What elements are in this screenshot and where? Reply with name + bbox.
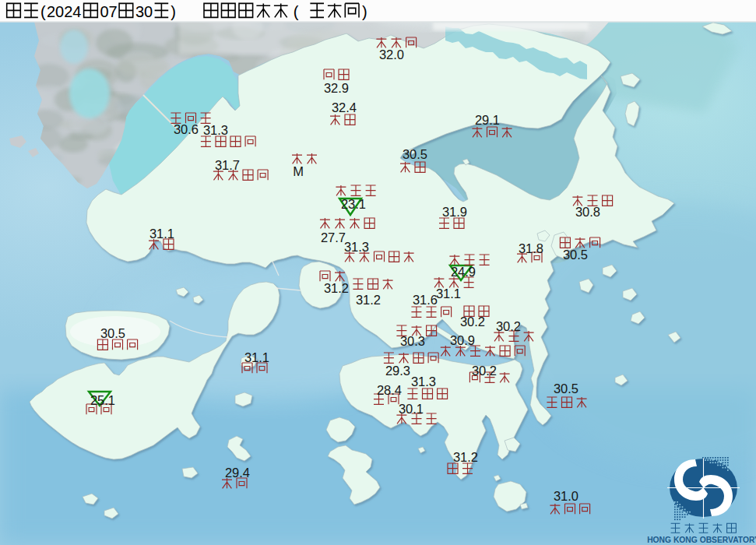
svg-text:31.3: 31.3: [344, 240, 369, 254]
svg-text:31.8: 31.8: [519, 241, 543, 255]
svg-text:30.2: 30.2: [460, 315, 485, 329]
svg-text:29.1: 29.1: [475, 113, 500, 127]
svg-text:29.4: 29.4: [225, 466, 250, 480]
svg-text:31.2: 31.2: [356, 293, 381, 307]
svg-text:31.7: 31.7: [215, 158, 240, 172]
svg-text:): ): [171, 3, 176, 20]
svg-text:30.1: 30.1: [399, 402, 424, 416]
svg-text:2024: 2024: [47, 3, 82, 20]
svg-text:30: 30: [135, 3, 153, 20]
svg-text:32.4: 32.4: [332, 100, 357, 114]
svg-text:32.9: 32.9: [324, 81, 349, 95]
svg-text:M: M: [293, 164, 304, 178]
svg-text:31.1: 31.1: [436, 287, 461, 301]
svg-text:30.5: 30.5: [403, 147, 427, 161]
svg-text:31.2: 31.2: [324, 281, 349, 295]
svg-text:28.4: 28.4: [377, 383, 402, 397]
svg-text:07: 07: [100, 3, 117, 20]
svg-text:30.8: 30.8: [575, 205, 600, 219]
svg-text:30.3: 30.3: [400, 334, 425, 348]
svg-text:30.5: 30.5: [100, 326, 125, 340]
svg-text:31.3: 31.3: [411, 374, 436, 389]
svg-text:30.2: 30.2: [496, 319, 521, 333]
svg-text:27.7: 27.7: [321, 230, 346, 244]
svg-text:25.1: 25.1: [90, 393, 115, 407]
svg-text:30.5: 30.5: [554, 382, 578, 396]
svg-text:31.1: 31.1: [244, 350, 269, 364]
svg-text:31.6: 31.6: [413, 293, 438, 307]
svg-text:31.1: 31.1: [149, 227, 174, 241]
svg-text:HONG KONG OBSERVATORY: HONG KONG OBSERVATORY: [647, 536, 756, 544]
svg-text:31.3: 31.3: [203, 123, 228, 137]
svg-text:): ): [362, 3, 367, 20]
svg-text:31.0: 31.0: [554, 489, 578, 503]
svg-text:24.9: 24.9: [451, 265, 476, 279]
svg-text:(: (: [294, 3, 299, 20]
svg-text:31.2: 31.2: [453, 450, 478, 464]
svg-text:30.6: 30.6: [174, 122, 199, 136]
svg-text:30.5: 30.5: [563, 248, 588, 262]
svg-text:30.9: 30.9: [450, 333, 475, 347]
svg-text:31.9: 31.9: [442, 205, 467, 219]
svg-text:32.0: 32.0: [379, 47, 404, 62]
svg-text:23.1: 23.1: [341, 197, 366, 211]
svg-text:29.3: 29.3: [385, 364, 410, 378]
svg-text:30.2: 30.2: [472, 364, 497, 378]
svg-text:(: (: [40, 3, 46, 20]
